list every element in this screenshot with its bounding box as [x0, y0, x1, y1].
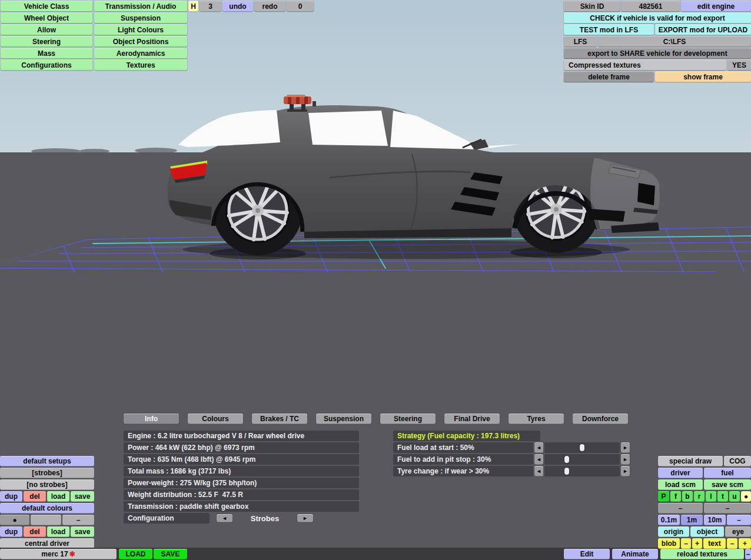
save-scm-button[interactable]: save scm	[704, 479, 751, 490]
colour-save-button[interactable]: save	[71, 526, 94, 537]
tab-downforce[interactable]: Downforce	[573, 414, 628, 424]
colour-del-button[interactable]: del	[24, 526, 46, 537]
cog-button[interactable]: COG	[724, 456, 751, 466]
lfs-path[interactable]: C:\LFS	[598, 36, 751, 47]
check-vehicle-button[interactable]: CHECK if vehicle is valid for mod export	[564, 12, 751, 24]
test-mod-button[interactable]: TEST mod in LFS	[564, 24, 654, 35]
fuel-load-slider[interactable]	[544, 442, 620, 453]
setup-slot-strobes[interactable]: [strobes]	[0, 468, 94, 478]
menu-light-colours[interactable]: Light Colours	[94, 24, 187, 35]
fuel-load-increase-button[interactable]: ►	[621, 442, 630, 453]
colour-slot-dash[interactable]: –	[62, 515, 94, 525]
bottom-dash-button[interactable]: –	[745, 549, 751, 559]
menu-vehicle-class[interactable]: Vehicle Class	[1, 1, 92, 12]
menu-suspension[interactable]: Suspension	[94, 12, 187, 24]
special-draw-button[interactable]: special draw	[658, 456, 723, 466]
fuel-load-slider-thumb[interactable]	[580, 444, 584, 451]
menu-steering[interactable]: Steering	[1, 36, 92, 47]
draw-flag-P[interactable]: P	[658, 491, 669, 502]
compressed-textures-toggle[interactable]: YES	[727, 59, 751, 71]
text-button[interactable]: text	[703, 538, 726, 549]
draw-flag-b[interactable]: b	[682, 491, 693, 502]
tab-steering[interactable]: Steering	[380, 414, 436, 424]
draw-flag-t[interactable]: t	[717, 491, 728, 502]
configuration-prev-button[interactable]: ◄	[217, 514, 232, 522]
origin-button[interactable]: origin	[658, 526, 689, 537]
load-button[interactable]: LOAD	[119, 549, 152, 559]
menu-wheel-object[interactable]: Wheel Object	[1, 12, 92, 24]
menu-aerodynamics[interactable]: Aerodynamics	[94, 48, 187, 59]
lfs-label[interactable]: LFS	[564, 36, 597, 47]
animate-mode-button[interactable]: Animate	[612, 549, 658, 559]
tyre-change-increase-button[interactable]: ►	[621, 466, 630, 476]
blob-plus-button[interactable]: +	[692, 538, 702, 549]
hotkey-h-button[interactable]: H	[188, 1, 198, 12]
configuration-next-button[interactable]: ►	[297, 514, 313, 522]
colour-load-button[interactable]: load	[47, 526, 69, 537]
setup-slot-no-strobes[interactable]: [no strobes]	[0, 479, 94, 490]
tab-tyres[interactable]: Tyres	[509, 414, 564, 424]
grid-step-0-1m[interactable]: 0.1m	[658, 515, 680, 525]
default-setups-button[interactable]: default setups	[0, 456, 94, 466]
setup-dup-button[interactable]: dup	[0, 491, 22, 502]
show-frame-button[interactable]: show frame	[655, 71, 751, 82]
text-minus-button[interactable]: –	[727, 538, 737, 549]
colour-dup-button[interactable]: dup	[0, 526, 22, 537]
colour-slot-current[interactable]: ●	[0, 515, 29, 525]
dash-right-button[interactable]: –	[704, 503, 751, 514]
fuel-add-increase-button[interactable]: ►	[621, 454, 630, 465]
object-button[interactable]: object	[690, 526, 724, 537]
load-scm-button[interactable]: load scm	[658, 479, 703, 490]
grid-step-dash[interactable]: –	[727, 515, 751, 525]
draw-flag-dot[interactable]: ●	[741, 491, 751, 502]
dash-left-button[interactable]: –	[658, 503, 703, 514]
tab-colours[interactable]: Colours	[188, 414, 243, 424]
draw-flag-f[interactable]: f	[670, 491, 681, 502]
viewport-3d[interactable]	[0, 0, 751, 560]
setup-load-button[interactable]: load	[47, 491, 69, 502]
tab-suspension[interactable]: Suspension	[316, 414, 371, 424]
skin-id-value[interactable]: 482561	[622, 1, 680, 12]
save-button[interactable]: SAVE	[154, 549, 187, 559]
tab-final-drive[interactable]: Final Drive	[444, 414, 500, 424]
tab-info[interactable]: Info	[124, 414, 179, 424]
driver-button[interactable]: driver	[658, 468, 703, 478]
draw-flag-l[interactable]: l	[706, 491, 716, 502]
setup-del-button[interactable]: del	[24, 491, 46, 502]
text-plus-button[interactable]: +	[739, 538, 751, 549]
tyre-change-decrease-button[interactable]: ◄	[534, 466, 543, 476]
menu-transmission-audio[interactable]: Transmission / Audio	[94, 1, 187, 12]
colour-slot-empty[interactable]	[31, 515, 61, 525]
blob-minus-button[interactable]: –	[681, 538, 691, 549]
fuel-button[interactable]: fuel	[704, 468, 751, 478]
tyre-change-slider-thumb[interactable]	[564, 468, 569, 475]
undo-button[interactable]: undo	[222, 1, 253, 12]
menu-textures[interactable]: Textures	[94, 59, 187, 71]
blob-button[interactable]: blob	[658, 538, 680, 549]
export-mod-button[interactable]: EXPORT mod for UPLOAD	[655, 24, 751, 35]
setup-save-button[interactable]: save	[71, 491, 94, 502]
edit-engine-button[interactable]: edit engine	[681, 1, 751, 12]
draw-flag-u[interactable]: u	[729, 491, 740, 502]
default-colours-button[interactable]: default colours	[0, 503, 94, 514]
redo-button[interactable]: redo	[254, 1, 285, 12]
fuel-add-decrease-button[interactable]: ◄	[534, 454, 543, 465]
edit-mode-button[interactable]: Edit	[564, 549, 610, 559]
grid-step-10m[interactable]: 10m	[704, 515, 726, 525]
draw-flag-r[interactable]: r	[694, 491, 705, 502]
menu-object-positions[interactable]: Object Positions	[94, 36, 187, 47]
vehicle-name-field[interactable]: merc 17✱	[0, 549, 117, 559]
export-share-button[interactable]: export to SHARE vehicle for development	[564, 48, 751, 59]
menu-allow[interactable]: Allow	[1, 24, 92, 35]
reload-textures-button[interactable]: reload textures	[660, 549, 744, 559]
eye-button[interactable]: eye	[725, 526, 751, 537]
fuel-load-decrease-button[interactable]: ◄	[534, 442, 543, 453]
tab-brakes-tc[interactable]: Brakes / TC	[252, 414, 307, 424]
fuel-add-slider[interactable]	[544, 454, 620, 465]
grid-step-1m[interactable]: 1m	[681, 515, 703, 525]
menu-configurations[interactable]: Configurations	[1, 59, 92, 71]
menu-mass[interactable]: Mass	[1, 48, 92, 59]
fuel-add-slider-thumb[interactable]	[564, 456, 569, 463]
delete-frame-button[interactable]: delete frame	[564, 71, 654, 82]
tyre-change-slider[interactable]	[544, 466, 620, 476]
